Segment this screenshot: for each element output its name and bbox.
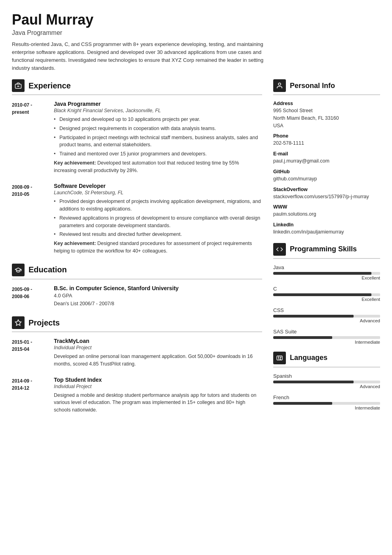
bullet-item: Reviewed applications in progress of dev…	[54, 214, 262, 230]
header-name: Paul Murray	[12, 12, 380, 28]
skill-item: C Excellent	[273, 286, 380, 302]
language-name: Spanish	[273, 373, 380, 379]
skill-item: Java Excellent	[273, 264, 380, 280]
entry-role: Software Developer	[54, 183, 262, 189]
entry-company: Black Knight Financial Services, Jackson…	[54, 108, 262, 113]
education-container: 2005-09 -2008-06 B.Sc. in Computer Scien…	[12, 285, 262, 308]
skill-bar-fill	[273, 293, 371, 296]
language-level-label: Intermediate	[273, 406, 380, 410]
header-title: Java Programmer	[12, 29, 380, 36]
languages-section-header: Languages	[273, 352, 380, 367]
entry-company: LaunchCode, St Petersburg, FL	[54, 190, 262, 195]
personal-info-icon	[273, 79, 286, 92]
language-item: Spanish Advanced	[273, 373, 380, 389]
entry-bullets: Provided design development of projects …	[54, 198, 262, 238]
skill-bar-fill	[273, 315, 354, 318]
experience-icon	[12, 79, 25, 92]
stackoverflow-label: StackOverflow	[273, 187, 380, 192]
www-label: WWW	[273, 204, 380, 210]
projects-icon	[12, 316, 25, 329]
edu-degree: B.Sc. in Computer Science, Stanford Univ…	[54, 285, 262, 291]
language-level-label: Advanced	[273, 384, 380, 389]
email-label: E-mail	[273, 151, 380, 157]
entry-content: Top Student Index Individual Project Des…	[54, 377, 262, 414]
stackoverflow-value: stackoverflow.com/users/157997/p-j-murra…	[273, 193, 380, 201]
svg-marker-3	[15, 320, 21, 325]
bullet-item: Reviewed test results and directed furth…	[54, 231, 262, 238]
header-section: Paul Murray Java Programmer Results-orie…	[12, 12, 380, 72]
language-name: French	[273, 394, 380, 400]
education-entry: 2005-09 -2008-06 B.Sc. in Computer Scien…	[12, 285, 262, 308]
svg-point-4	[278, 83, 281, 85]
www-value: paulm.solutions.org	[273, 211, 380, 218]
project-type: Individual Project	[54, 384, 262, 389]
entry-dates: 2014-09 -2014-12	[12, 377, 48, 414]
project-description: Developed an online personal loan manage…	[54, 353, 262, 368]
experience-title: Experience	[29, 81, 71, 90]
education-title: Education	[29, 265, 67, 274]
address-line3: USA	[273, 122, 380, 130]
languages-title: Languages	[290, 354, 327, 362]
education-icon	[12, 264, 25, 276]
entry-dates: 2008-09 -2010-05	[12, 183, 48, 255]
skill-level-label: Intermediate	[273, 340, 380, 344]
edu-extra: Dean's List 2006/7 - 2007/8	[54, 300, 262, 308]
address-line1: 995 School Street	[273, 107, 380, 115]
address-label: Address	[273, 101, 380, 106]
linkedin-label: LinkedIn	[273, 222, 380, 228]
bullet-item: Participated in project meetings with te…	[54, 134, 262, 149]
left-column: Experience 2010-07 -present Java Program…	[12, 79, 262, 423]
entry-role: Java Programmer	[54, 101, 262, 107]
skill-level-label: Excellent	[273, 276, 380, 280]
skill-name: Java	[273, 264, 380, 270]
bullet-item: Trained and mentored over 15 junior prog…	[54, 150, 262, 158]
skill-bar-fill	[273, 272, 371, 275]
skill-level-label: Advanced	[273, 318, 380, 323]
programming-skills-title: Programming Skills	[290, 245, 357, 253]
language-bar-bg	[273, 402, 380, 405]
entry-dates: 2005-09 -2008-06	[12, 285, 48, 308]
github-label: GitHub	[273, 169, 380, 174]
github-value: github.com/murrayp	[273, 175, 380, 183]
entry-dates: 2010-07 -present	[12, 101, 48, 174]
bullet-item: Designed project requirements in coopera…	[54, 125, 262, 132]
main-columns: Experience 2010-07 -present Java Program…	[12, 79, 380, 423]
personal-info-title: Personal Info	[290, 82, 335, 90]
languages-icon	[273, 352, 286, 364]
skill-name: C	[273, 286, 380, 292]
experience-entry: 2010-07 -present Java Programmer Black K…	[12, 101, 262, 174]
phone-value: 202-578-1111	[273, 140, 380, 147]
skill-bar-bg	[273, 293, 380, 296]
skill-bar-bg	[273, 272, 380, 275]
projects-container: 2015-01 -2015-04 TrackMyLoan Individual …	[12, 338, 262, 414]
languages-container: Spanish Advanced French Intermediate	[273, 373, 380, 410]
experience-entry: 2008-09 -2010-05 Software Developer Laun…	[12, 183, 262, 255]
programming-skills-icon	[273, 243, 286, 256]
experience-container: 2010-07 -present Java Programmer Black K…	[12, 101, 262, 255]
skill-bar-fill	[273, 336, 332, 339]
edu-gpa: 4.0 GPA	[54, 292, 262, 300]
skill-name: CSS	[273, 307, 380, 313]
svg-rect-5	[277, 356, 282, 360]
skill-bar-bg	[273, 315, 380, 318]
skill-level-label: Excellent	[273, 297, 380, 302]
header-summary: Results-oriented Java, C, and CSS progra…	[12, 40, 273, 73]
skills-container: Java Excellent C Excellent CSS Advanced …	[273, 264, 380, 344]
programming-skills-section-header: Programming Skills	[273, 243, 380, 259]
entry-dates: 2015-01 -2015-04	[12, 338, 48, 368]
experience-section-header: Experience	[12, 79, 262, 95]
skill-item: CSS Advanced	[273, 307, 380, 323]
language-bar-bg	[273, 381, 380, 383]
project-description: Designed a mobile and desktop student pe…	[54, 392, 262, 414]
skill-bar-bg	[273, 336, 380, 339]
linkedin-value: linkedin.com/in/pauljamiemurray	[273, 228, 380, 236]
skill-item: SAS Suite Intermediate	[273, 329, 380, 344]
email-value: paul.j.murray@gmail.com	[273, 157, 380, 165]
project-entry: 2014-09 -2014-12 Top Student Index Indiv…	[12, 377, 262, 414]
entry-content: TrackMyLoan Individual Project Developed…	[54, 338, 262, 368]
entry-content: Java Programmer Black Knight Financial S…	[54, 101, 262, 174]
project-title: Top Student Index	[54, 377, 262, 383]
resume-wrapper: Paul Murray Java Programmer Results-orie…	[0, 0, 392, 434]
project-entry: 2015-01 -2015-04 TrackMyLoan Individual …	[12, 338, 262, 368]
skill-name: SAS Suite	[273, 329, 380, 335]
